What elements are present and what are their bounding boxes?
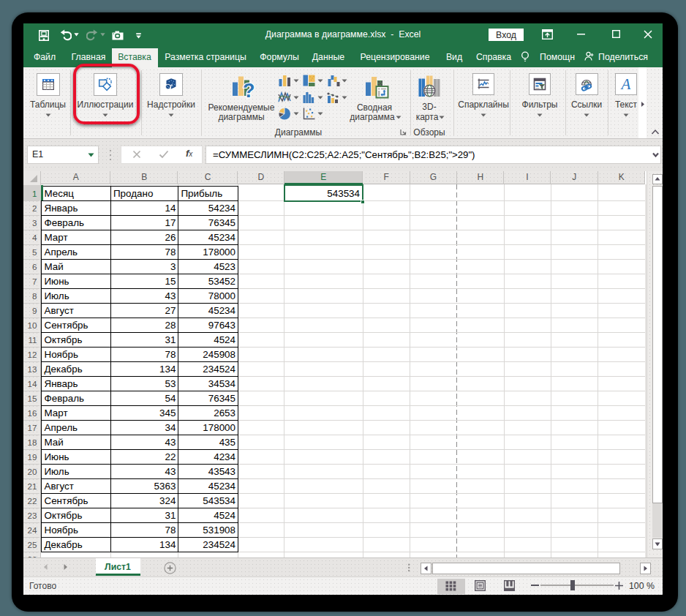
svg-text:?: ? (243, 80, 255, 101)
svg-text:A: A (620, 77, 631, 91)
